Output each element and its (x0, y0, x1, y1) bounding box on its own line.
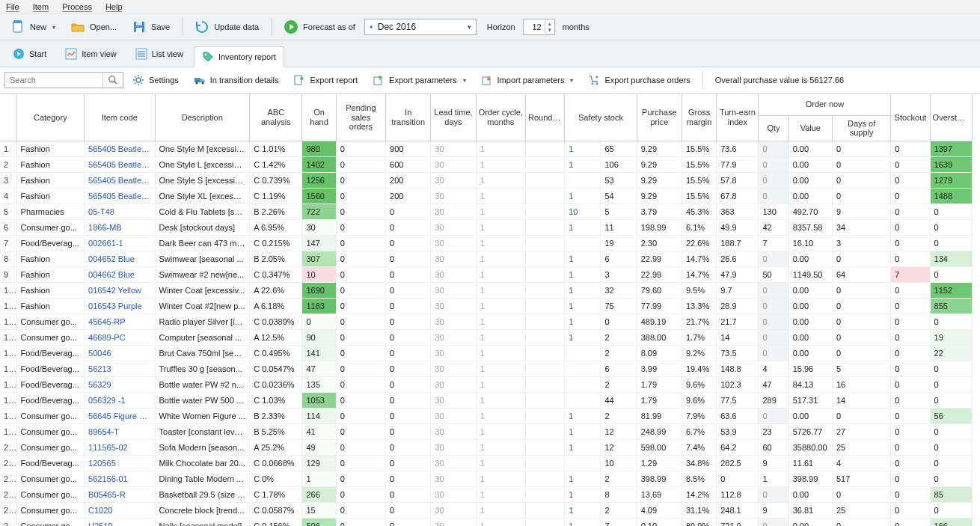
cell-abc[interactable]: A 22.6% (250, 282, 302, 298)
cell-intransition[interactable]: 0 (386, 298, 431, 314)
cell-abc[interactable]: A 12.5% (250, 329, 302, 345)
cell-pso[interactable]: 0 (336, 266, 385, 282)
cell-abc[interactable]: C 0.739% (250, 172, 302, 188)
cell-dos[interactable]: 0 (832, 329, 890, 345)
cell-intransition[interactable]: 0 (386, 345, 431, 361)
cell-description[interactable]: Dining Table Modern ... (155, 471, 250, 486)
cell-rownum[interactable]: 18 (0, 408, 16, 423)
cell-overstock[interactable]: 0 (930, 266, 972, 282)
cell-value[interactable]: 15.96 (788, 361, 832, 376)
cell-category[interactable]: Fashion (16, 251, 84, 266)
cell-onhand[interactable]: 1053 (302, 392, 336, 408)
cell-value[interactable]: 398.99 (788, 471, 832, 486)
table-row[interactable]: 14Food/Beverag...50046Brut Cava 750ml [s… (0, 345, 973, 361)
cell-abc[interactable]: C 1.03% (250, 392, 302, 408)
cell-stockout[interactable]: 0 (891, 141, 930, 156)
cell-rounding[interactable] (525, 204, 564, 219)
cell-safety-a[interactable] (565, 376, 601, 392)
cell-description[interactable]: One Style M [excessiv... (155, 141, 250, 156)
cell-overstock[interactable]: 0 (930, 392, 972, 408)
cell-description[interactable]: Basketball 29.5 (size 7... (155, 486, 250, 502)
cell-abc[interactable]: B 2.26% (250, 204, 302, 219)
cell-rownum[interactable]: 23 (0, 486, 16, 502)
cell-onhand[interactable]: 135 (302, 376, 336, 392)
cell-overstock[interactable]: 56 (930, 408, 972, 423)
table-row[interactable]: 8Fashion004652 BlueSwimwear [seasonal ..… (0, 251, 973, 266)
cell-turnearn[interactable]: 53.9 (717, 423, 759, 439)
cell-rounding[interactable] (525, 172, 564, 188)
cell-abc[interactable]: C 0.215% (250, 235, 302, 251)
cell-stockout[interactable]: 0 (891, 471, 930, 486)
cell-ordercycle[interactable]: 1 (476, 486, 525, 502)
cell-overstock[interactable]: 1488 (930, 188, 972, 204)
cell-rownum[interactable]: 8 (0, 251, 16, 266)
cell-value[interactable]: 0.00 (788, 188, 832, 204)
cell-category[interactable]: Consumer go... (16, 486, 84, 502)
table-row[interactable]: 20Consumer go...111565-02Sofa Modern [se… (0, 439, 973, 455)
cell-safety-a[interactable]: 1 (565, 502, 601, 518)
cell-pso[interactable]: 0 (336, 486, 385, 502)
cell-qty[interactable]: 7 (759, 235, 788, 251)
cell-abc[interactable]: C 1.42% (250, 156, 302, 172)
cell-itemcode[interactable]: 004652 Blue (85, 251, 155, 266)
table-row[interactable]: 19Consumer go...89654-TToaster [constant… (0, 423, 973, 439)
cell-abc[interactable]: C 0.0587% (250, 502, 302, 518)
cell-turnearn[interactable]: 0 (717, 471, 759, 486)
cell-category[interactable]: Consumer go... (16, 471, 84, 486)
cell-leadtime[interactable]: 30 (431, 408, 476, 423)
cell-description[interactable]: Bottle water PW 500 ... (155, 392, 250, 408)
cell-safety-a[interactable] (565, 172, 601, 188)
cell-dos[interactable]: 0 (832, 518, 890, 526)
cell-margin[interactable]: 31.1% (682, 502, 716, 518)
cell-rounding[interactable] (525, 345, 564, 361)
cell-rownum[interactable]: 14 (0, 345, 16, 361)
cell-intransition[interactable]: 0 (386, 329, 431, 345)
cell-onhand[interactable]: 506 (302, 518, 336, 526)
cell-ordercycle[interactable]: 1 (476, 376, 525, 392)
cell-onhand[interactable]: 15 (302, 502, 336, 518)
cell-description[interactable]: One Style XL [excessiv... (155, 188, 250, 204)
cell-qty[interactable]: 0 (759, 314, 788, 329)
cell-safety-b[interactable]: 65 (601, 141, 637, 156)
cell-safety-a[interactable]: 1 (565, 141, 601, 156)
cell-safety-b[interactable]: 2 (601, 502, 637, 518)
menu-process[interactable]: Process (62, 2, 92, 11)
cell-pso[interactable]: 0 (336, 298, 385, 314)
cell-qty[interactable]: 9 (759, 455, 788, 471)
cell-abc[interactable]: C 0.0236% (250, 376, 302, 392)
cell-rounding[interactable] (525, 471, 564, 486)
cell-onhand[interactable]: 30 (302, 219, 336, 235)
cell-stockout[interactable]: 0 (891, 502, 930, 518)
cell-value[interactable]: 84.13 (788, 376, 832, 392)
cell-itemcode[interactable]: 111565-02 (85, 439, 155, 455)
cell-qty[interactable]: 4 (759, 361, 788, 376)
cell-description[interactable]: Radio player Silver [in... (155, 314, 250, 329)
cell-description[interactable]: Bottle water PW #2 n... (155, 376, 250, 392)
cell-category[interactable]: Food/Beverag... (16, 376, 84, 392)
cell-itemcode[interactable]: 004662 Blue (85, 266, 155, 282)
cell-abc[interactable]: C 1.78% (250, 486, 302, 502)
table-row[interactable]: 2Fashion565405 Beatles LOne Style L [exc… (0, 156, 973, 172)
cell-abc[interactable]: C 0.0547% (250, 361, 302, 376)
cell-ordercycle[interactable]: 1 (476, 439, 525, 455)
cell-margin[interactable]: 21.7% (682, 314, 716, 329)
hdr-purchaseprice[interactable]: Purchase price (637, 94, 682, 141)
cell-turnearn[interactable]: 73.6 (717, 141, 759, 156)
table-row[interactable]: 11Fashion016543 PurpleWinter Coat #2[new… (0, 298, 973, 314)
table-row[interactable]: 13Consumer go...46689-PCComputer [season… (0, 329, 973, 345)
cell-price[interactable]: 77.99 (637, 298, 682, 314)
cell-dos[interactable]: 25 (832, 502, 890, 518)
cell-ordercycle[interactable]: 1 (476, 298, 525, 314)
cell-qty[interactable]: 130 (759, 204, 788, 219)
table-row[interactable]: 1Fashion565405 Beatles ...One Style M [e… (0, 141, 973, 156)
cell-abc[interactable]: A 6.18% (250, 298, 302, 314)
cell-turnearn[interactable]: 21.7 (717, 314, 759, 329)
cell-safety-a[interactable]: 1 (565, 486, 601, 502)
cell-ordercycle[interactable]: 1 (476, 282, 525, 298)
cell-turnearn[interactable]: 102.3 (717, 376, 759, 392)
cell-rownum[interactable]: 12 (0, 314, 16, 329)
cell-price[interactable]: 3.79 (637, 204, 682, 219)
cell-overstock[interactable]: 0 (930, 376, 972, 392)
cell-onhand[interactable]: 90 (302, 329, 336, 345)
cell-dos[interactable]: 0 (832, 282, 890, 298)
